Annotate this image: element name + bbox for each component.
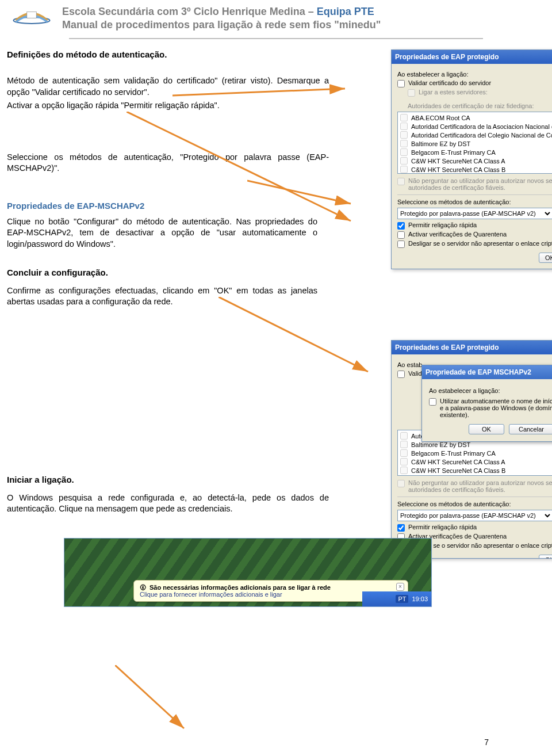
methods-label-2: Seleccione os métodos de autenticação: xyxy=(397,501,552,507)
list-item: C&W HKT SecureNet CA Class A xyxy=(399,457,552,466)
chk-no-prompt[interactable]: Não perguntar ao utilizador para autoriz… xyxy=(397,177,552,191)
chk-tlv[interactable]: Desligar se o servidor não apresentar o … xyxy=(397,240,552,248)
chk-no-prompt-2[interactable]: Não perguntar ao utilizador para autoriz… xyxy=(397,479,552,493)
tray-language[interactable]: PT xyxy=(396,595,408,603)
section-2-p1: Clique no botão "Configurar" do método d… xyxy=(7,216,317,250)
taskbar-screenshot: × 🛈 São necessárias informações adiciona… xyxy=(64,538,432,607)
tray-clock: 19:03 xyxy=(412,595,428,602)
list-item: C&W HKT SecureNet CA Class B xyxy=(399,165,552,174)
methods-label: Seleccione os métodos de autenticação: xyxy=(397,198,552,205)
chk-quarantine[interactable]: Activar verificações de Quarentena xyxy=(397,231,552,239)
header-line-2: Manual de procedimentos para ligação à r… xyxy=(62,19,381,31)
ok-button-2[interactable]: OK xyxy=(539,555,552,559)
ok-button[interactable]: OK xyxy=(539,253,552,263)
list-item: C&W HKT SecureNet CA Class A xyxy=(399,156,552,165)
chk-connect-servers[interactable]: Ligar a estes servidores: xyxy=(408,89,552,97)
header-line-1: Escola Secundária com 3º Ciclo Henrique … xyxy=(62,6,381,18)
page-number: 7 xyxy=(484,738,489,747)
dialog1-title: Propriedades de EAP protegido xyxy=(395,53,499,61)
svg-line-6 xyxy=(115,665,184,728)
list-item: C&W HKT SecureNet CA Class B xyxy=(399,466,552,475)
eap-protected-dialog-1: Propriedades de EAP protegido ? X Ao est… xyxy=(391,49,552,269)
section-1-title: Definições do método de autenticação. xyxy=(7,49,329,59)
chk-fast-reconnect[interactable]: Permitir religação rápida xyxy=(397,222,552,230)
list-item: Belgacom E-Trust Primary CA xyxy=(399,148,552,156)
section-1-p1: Método de autenticação sem validação do … xyxy=(7,75,329,98)
list-item: Autoridad Certificadora del Colegio Naci… xyxy=(399,131,552,139)
chk-validate-cert[interactable]: Validar certificado do servidor xyxy=(397,79,552,87)
system-tray[interactable]: PT 19:03 xyxy=(362,591,431,606)
inner-titlebar[interactable]: Propriedade de EAP MSCHAPv2 X xyxy=(422,365,552,379)
inner-title: Propriedade de EAP MSCHAPv2 xyxy=(425,368,531,376)
header-rule xyxy=(69,38,483,39)
section-4-title: Iniciar a ligação. xyxy=(7,475,329,484)
section-3-p1: Confirme as configurações efectuadas, cl… xyxy=(7,285,317,308)
inner-connect-label: Ao estabelecer a ligação: xyxy=(429,387,552,394)
dialog1-connect-label: Ao estabelecer a ligação: xyxy=(397,71,552,78)
list-item: Belgacom E-Trust Primary CA xyxy=(399,449,552,457)
list-item: Autoridad Certificadora de la Asociacion… xyxy=(399,122,552,131)
page-header: Escola Secundária com 3º Ciclo Henrique … xyxy=(0,0,552,36)
svg-rect-1 xyxy=(27,12,36,18)
arrow-annotation-icon xyxy=(115,665,247,734)
chk-fast-reconnect-2[interactable]: Permitir religação rápida xyxy=(397,524,552,532)
dialog1-titlebar[interactable]: Propriedades de EAP protegido ? X xyxy=(392,50,552,64)
auth-method-select-2[interactable]: Protegido por palavra-passe (EAP-MSCHAP … xyxy=(397,510,552,521)
dialog2-titlebar[interactable]: Propriedades de EAP protegido ? X xyxy=(392,341,552,354)
section-2-title: Propriedades de EAP-MSCHAPv2 xyxy=(7,201,329,211)
header-team: Equipa PTE xyxy=(317,6,374,17)
list-item: ABA.ECOM Root CA xyxy=(399,113,552,122)
ca-listbox[interactable]: ABA.ECOM Root CA Autoridad Certificadora… xyxy=(397,112,552,174)
school-logo-icon xyxy=(12,5,52,32)
header-school: Escola Secundária com 3º Ciclo Henrique … xyxy=(62,6,317,17)
section-1-p3: Seleccione os métodos de autenticação, "… xyxy=(7,152,329,174)
eap-mschapv2-dialog: Propriedade de EAP MSCHAPv2 X Ao estabel… xyxy=(421,365,552,442)
chk-use-windows-creds[interactable]: Utilizar automaticamente o nome de iníci… xyxy=(429,398,552,418)
inner-cancel-button[interactable]: Cancelar xyxy=(509,424,552,434)
balloon-title: São necessárias informações adicionais p… xyxy=(150,584,331,591)
eap-protected-dialog-2: Propriedades de EAP protegido ? X Ao est… xyxy=(391,340,552,559)
inner-ok-button[interactable]: OK xyxy=(469,424,504,434)
balloon-close-icon[interactable]: × xyxy=(396,583,404,591)
info-icon: 🛈 xyxy=(140,584,146,591)
auth-method-select[interactable]: Protegido por palavra-passe (EAP-MSCHAP … xyxy=(397,208,552,219)
section-3-title: Concluir a configuração. xyxy=(7,268,329,277)
list-item: Baltimore EZ by DST xyxy=(399,139,552,148)
ca-label: Autoridades de certificação de raiz fide… xyxy=(408,102,552,109)
dialog2-title: Propriedades de EAP protegido xyxy=(395,343,499,352)
section-1-p2: Activar a opção ligação rápida "Permitir… xyxy=(7,100,329,112)
section-4-p1: O Windows pesquisa a rede configurada e,… xyxy=(7,492,329,515)
